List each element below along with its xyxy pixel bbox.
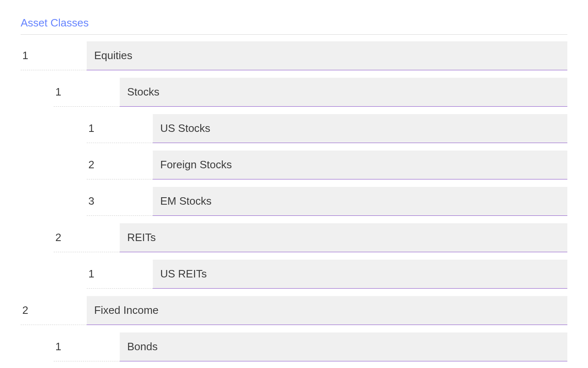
tree-node-number: 1: [54, 78, 120, 107]
tree-node-label: Bonds: [120, 332, 567, 361]
tree-row[interactable]: 2 Foreign Stocks: [21, 151, 567, 179]
tree-node-label: REITs: [120, 223, 567, 252]
tree-row[interactable]: 3 EM Stocks: [21, 187, 567, 216]
tree-node-label: US Stocks: [153, 114, 567, 143]
tree-node-number: 3: [87, 187, 153, 216]
tree-node-number: 2: [87, 151, 153, 179]
tree-node-label: Equities: [87, 41, 567, 70]
asset-class-tree: 1 Equities 1 Stocks: [21, 41, 567, 361]
indent-spacer: [21, 260, 54, 289]
tree-node-label: US REITs: [153, 260, 567, 289]
tree-node: 1 Equities 1 Stocks: [21, 41, 567, 289]
tree-row[interactable]: 1 US Stocks: [21, 114, 567, 143]
tree-node-number: 1: [87, 260, 153, 289]
tree-row[interactable]: 1 Equities: [21, 41, 567, 70]
section-title: Asset Classes: [21, 17, 567, 35]
tree-node-label: EM Stocks: [153, 187, 567, 216]
tree-node-label: Foreign Stocks: [153, 151, 567, 179]
tree-node: 2 REITs 1 US REITs: [21, 223, 567, 289]
indent-spacer: [21, 187, 54, 216]
tree-node-number: 2: [54, 223, 120, 252]
tree-node-number: 1: [54, 332, 120, 361]
indent-spacer: [54, 260, 87, 289]
tree-node: 1 Stocks 1 US Stocks: [21, 78, 567, 216]
tree-node-number: 1: [87, 114, 153, 143]
indent-spacer: [54, 114, 87, 143]
asset-classes-section: Asset Classes 1 Equities 1 Stocks: [21, 17, 567, 361]
indent-spacer: [54, 187, 87, 216]
indent-spacer: [21, 151, 54, 179]
indent-spacer: [21, 78, 54, 107]
tree-node: 2 Fixed Income 1 Bonds: [21, 296, 567, 361]
tree-node-label: Fixed Income: [87, 296, 567, 325]
tree-node: 1 US REITs: [21, 260, 567, 289]
indent-spacer: [54, 151, 87, 179]
tree-row[interactable]: 2 Fixed Income: [21, 296, 567, 325]
indent-spacer: [21, 223, 54, 252]
tree-node: 1 Bonds: [21, 332, 567, 361]
tree-row[interactable]: 1 US REITs: [21, 260, 567, 289]
indent-spacer: [21, 332, 54, 361]
tree-node-number: 2: [21, 296, 87, 325]
indent-spacer: [21, 114, 54, 143]
tree-row[interactable]: 1 Bonds: [21, 332, 567, 361]
tree-node-number: 1: [21, 41, 87, 70]
tree-node: 2 Foreign Stocks: [21, 151, 567, 179]
tree-node: 1 US Stocks: [21, 114, 567, 143]
tree-row[interactable]: 1 Stocks: [21, 78, 567, 107]
tree-node: 3 EM Stocks: [21, 187, 567, 216]
tree-node-label: Stocks: [120, 78, 567, 107]
tree-row[interactable]: 2 REITs: [21, 223, 567, 252]
